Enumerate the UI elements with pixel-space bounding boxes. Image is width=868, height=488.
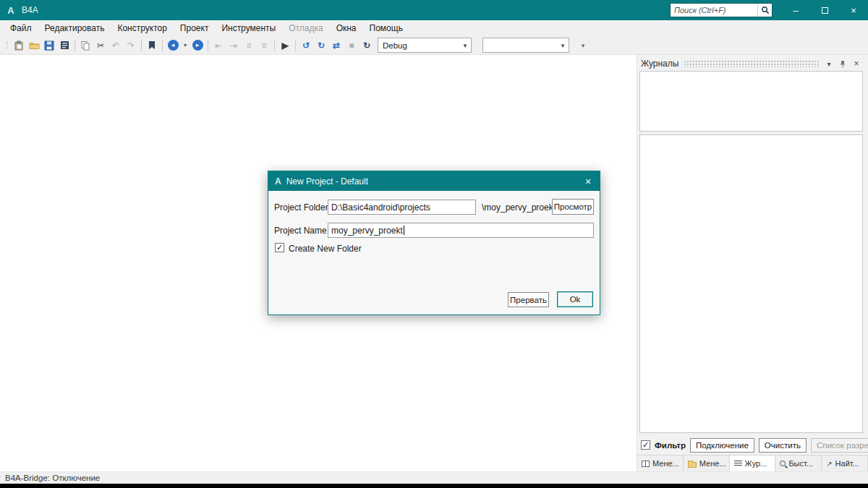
- menu-tools[interactable]: Инструменты: [215, 23, 282, 33]
- dialog-logo-icon: A: [275, 176, 281, 187]
- minimize-button[interactable]: –: [781, 0, 810, 20]
- permissions-list-button: Список разрешений: [811, 438, 868, 453]
- project-name-label: Project Name: [274, 226, 327, 236]
- tab-label: Мене...: [652, 459, 679, 468]
- copy-icon[interactable]: [78, 38, 93, 53]
- save-icon[interactable]: [42, 38, 56, 53]
- project-folder-label: Project Folder: [274, 202, 328, 213]
- dock-tab-strip: Мене... Мене... Жур... Быст... ↗ Найт...: [637, 455, 868, 471]
- menu-bar: Файл Редактировать Конструктор Проект Ин…: [0, 20, 868, 36]
- back-dropdown-icon[interactable]: ▾: [181, 38, 190, 53]
- logs-panel-header: Журналы ▾ ×: [639, 56, 863, 71]
- project-folder-suffix: \moy_pervy_proekt: [482, 202, 556, 213]
- cancel-button[interactable]: Прервать: [508, 292, 549, 307]
- tab-find-all[interactable]: ↗ Найт...: [822, 455, 868, 471]
- ok-button[interactable]: Ok: [557, 291, 593, 307]
- search-box: [670, 3, 773, 17]
- create-new-folder-checkbox[interactable]: ✓: [275, 243, 284, 252]
- project-name-value: moy_pervy_proekt: [331, 226, 403, 236]
- text-caret: [404, 226, 404, 235]
- maximize-icon: [822, 7, 828, 14]
- dialog-title-bar[interactable]: A New Project - Default ×: [268, 171, 600, 191]
- run-icon[interactable]: ▶: [278, 38, 292, 53]
- panel-texture: [684, 61, 819, 67]
- clean-icon[interactable]: ↻: [359, 38, 374, 53]
- panel-close-icon[interactable]: ×: [851, 59, 861, 69]
- menu-windows[interactable]: Окна: [330, 23, 363, 33]
- filter-checkbox[interactable]: ✓: [641, 440, 650, 450]
- logs-icon: [734, 461, 742, 467]
- new-project-dialog: A New Project - Default × Project Folder…: [268, 171, 600, 315]
- back-circle: ◂: [168, 40, 179, 51]
- build-configuration-dropdown[interactable]: Debug ▾: [378, 38, 472, 53]
- toolbar-separator: [274, 40, 275, 51]
- toolbar-overflow-icon[interactable]: ▾: [576, 38, 590, 53]
- profile-dropdown[interactable]: ▾: [482, 38, 569, 53]
- tab-label: Найт...: [835, 459, 859, 468]
- forward-icon[interactable]: ▸: [190, 38, 205, 53]
- open-folder-icon[interactable]: [27, 38, 41, 53]
- tab-files-manager[interactable]: Мене...: [684, 455, 730, 471]
- back-icon[interactable]: ◂: [166, 38, 180, 53]
- compile-icon[interactable]: ↻: [314, 38, 328, 53]
- window-title: B4A: [22, 5, 38, 15]
- menu-help[interactable]: Помощь: [363, 23, 409, 33]
- redo-icon: ↷: [124, 38, 138, 53]
- project-name-input[interactable]: moy_pervy_proekt: [328, 223, 594, 238]
- status-bar: B4A-Bridge: Отключение: [0, 471, 868, 484]
- tab-modules-manager[interactable]: Мене...: [637, 455, 684, 471]
- bridge-status-text: B4A-Bridge: Отключение: [5, 474, 100, 482]
- toolbar-separator: [141, 40, 142, 51]
- dialog-title: New Project - Default: [286, 176, 368, 187]
- forward-circle: ▸: [192, 40, 203, 51]
- logs-panel-controls: ✓ Фильтр Подключение Очистить Список раз…: [639, 436, 868, 455]
- menu-file[interactable]: Файл: [4, 23, 38, 33]
- tab-quick-search[interactable]: Быст...: [775, 455, 822, 471]
- tab-label: Жур...: [745, 459, 767, 468]
- project-folder-input[interactable]: [328, 200, 476, 215]
- main-toolbar: ⋮ ✂ ↶ ↷ ◂ ▾ ▸ ⇤ ⇥ ≡ ≡ ▶: [0, 36, 868, 55]
- tab-label: Быст...: [788, 459, 813, 468]
- clear-button[interactable]: Очистить: [759, 438, 807, 453]
- modules-icon: [642, 461, 650, 467]
- pin-icon[interactable]: [838, 60, 848, 68]
- toolbar-separator: [75, 40, 75, 51]
- panel-menu-chevron-down-icon[interactable]: ▾: [824, 60, 834, 68]
- search-icon[interactable]: [757, 4, 772, 17]
- chevron-down-icon: ▾: [557, 42, 569, 49]
- bottom-strip: [0, 484, 868, 488]
- comment-icon: ≡: [242, 38, 256, 53]
- tab-logs[interactable]: Жур...: [730, 455, 776, 471]
- uncomment-icon: ≡: [257, 38, 271, 53]
- menu-debug: Отладка: [282, 23, 329, 33]
- toolbar-grip[interactable]: ⋮: [2, 38, 11, 53]
- maximize-button[interactable]: [810, 0, 839, 20]
- menu-project[interactable]: Проект: [174, 23, 216, 33]
- toolbar-separator: [295, 40, 296, 51]
- build-configuration-value: Debug: [383, 41, 407, 50]
- outdent-icon: ⇤: [211, 38, 226, 53]
- title-bar: A B4A – ×: [0, 0, 868, 20]
- log-filter-box[interactable]: [639, 71, 863, 132]
- toolbar-separator: [162, 40, 163, 51]
- search-input[interactable]: [671, 6, 757, 14]
- resume-icon[interactable]: ⇄: [329, 38, 344, 53]
- menu-designer[interactable]: Конструктор: [111, 23, 173, 33]
- connect-icon[interactable]: ↺: [299, 38, 313, 53]
- b4a-ide-window: A B4A – × Файл Редактировать Конструктор…: [0, 0, 868, 488]
- bookmark-icon[interactable]: [145, 38, 159, 53]
- browse-button[interactable]: Просмотр: [552, 199, 594, 215]
- find-icon[interactable]: [57, 38, 72, 53]
- connect-button[interactable]: Подключение: [690, 438, 754, 453]
- close-button[interactable]: ×: [839, 0, 868, 20]
- paste-icon[interactable]: [12, 38, 26, 53]
- logs-panel-title: Журналы: [641, 59, 678, 69]
- toolbar-separator: [208, 40, 208, 51]
- tab-label: Мене...: [699, 459, 726, 468]
- menu-edit[interactable]: Редактировать: [38, 23, 111, 33]
- dialog-close-icon[interactable]: ×: [576, 171, 600, 191]
- filter-label: Фильтр: [655, 441, 686, 450]
- cut-icon[interactable]: ✂: [93, 38, 108, 53]
- log-output-box[interactable]: [639, 134, 863, 433]
- undo-icon: ↶: [109, 38, 123, 53]
